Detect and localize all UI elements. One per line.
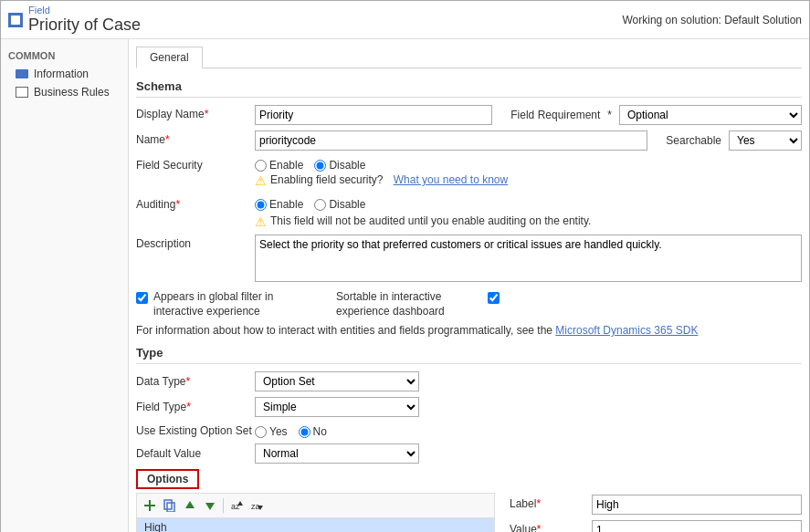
move-down-button[interactable] bbox=[201, 496, 219, 515]
content-area: Common Information Business Rules Genera… bbox=[1, 39, 809, 532]
global-filter-row: Appears in global filter in interactive … bbox=[136, 290, 802, 318]
name-row: Name* Searchable Yes No bbox=[136, 130, 802, 151]
data-type-select[interactable]: Option Set bbox=[255, 371, 419, 391]
default-value-label: Default Value bbox=[136, 447, 255, 460]
sidebar-item-business-rules-label: Business Rules bbox=[34, 86, 110, 99]
svg-rect-3 bbox=[167, 503, 174, 512]
warning-icon: ⚠ bbox=[255, 173, 267, 188]
field-security-label: Field Security bbox=[136, 156, 255, 172]
sort-asc-button[interactable]: az bbox=[227, 496, 246, 515]
sdk-info-row: For information about how to interact wi… bbox=[136, 324, 802, 337]
sidebar: Common Information Business Rules bbox=[1, 39, 129, 532]
auditing-enable-radio[interactable] bbox=[255, 199, 267, 211]
svg-rect-2 bbox=[164, 500, 172, 509]
use-existing-label: Use Existing Option Set bbox=[136, 424, 255, 437]
description-label: Description bbox=[136, 235, 255, 250]
auditing-enable-option[interactable]: Enable bbox=[255, 198, 303, 211]
data-type-label: Data Type* bbox=[136, 375, 255, 388]
information-icon bbox=[16, 69, 28, 78]
option-label-label: Label* bbox=[510, 495, 592, 510]
field-security-disable-option[interactable]: Disable bbox=[314, 159, 365, 172]
svg-marker-4 bbox=[185, 501, 195, 508]
options-list: High Normal Low Critical bbox=[136, 517, 495, 532]
field-type-row: Field Type* Simple bbox=[136, 397, 802, 417]
business-rules-icon bbox=[16, 87, 28, 98]
option-value-input[interactable] bbox=[592, 520, 802, 532]
use-existing-row: Use Existing Option Set Yes No bbox=[136, 422, 802, 438]
use-existing-yes-option[interactable]: Yes bbox=[255, 425, 288, 438]
field-type-label: Field Type* bbox=[136, 401, 255, 413]
breadcrumb: Field bbox=[28, 5, 141, 16]
use-existing-yes-radio[interactable] bbox=[255, 426, 267, 438]
option-value-label: Value* bbox=[510, 520, 592, 532]
auditing-disable-radio[interactable] bbox=[314, 199, 326, 211]
tab-general[interactable]: General bbox=[136, 47, 203, 68]
searchable-select[interactable]: Yes No bbox=[729, 130, 802, 151]
display-name-label: Display Name* bbox=[136, 105, 255, 120]
move-up-button[interactable] bbox=[181, 496, 199, 515]
page-title: Priority of Case bbox=[28, 16, 141, 35]
field-requirement-label: Field Requirement bbox=[510, 109, 600, 121]
title-bar: Field Priority of Case Working on soluti… bbox=[1, 1, 809, 39]
searchable-label: Searchable bbox=[666, 134, 721, 147]
sidebar-item-information[interactable]: Information bbox=[1, 65, 128, 83]
display-name-row: Display Name* Field Requirement* Optiona… bbox=[136, 105, 802, 125]
working-on-label: Working on solution: Default Solution bbox=[622, 14, 802, 26]
options-toolbar: az za bbox=[136, 493, 495, 517]
option-value-row: Value* bbox=[510, 520, 802, 532]
use-existing-no-option[interactable]: No bbox=[299, 425, 327, 438]
field-security-info: ⚠ Enabling field security? What you need… bbox=[255, 172, 802, 190]
sortable-label: Sortable in interactive experience dashb… bbox=[336, 290, 482, 318]
display-name-input[interactable] bbox=[255, 105, 492, 125]
field-icon bbox=[8, 13, 23, 27]
sort-desc-button[interactable]: za bbox=[247, 496, 266, 515]
option-item-high[interactable]: High bbox=[137, 518, 494, 532]
audit-warning-text: This field will not be audited until you… bbox=[270, 214, 591, 227]
default-value-select[interactable]: Normal High Low Critical bbox=[255, 443, 419, 464]
toolbar-separator bbox=[223, 498, 224, 513]
field-type-select[interactable]: Simple bbox=[255, 397, 419, 417]
field-security-enable-radio[interactable] bbox=[255, 160, 267, 172]
add-option-button[interactable] bbox=[141, 496, 159, 515]
sdk-link[interactable]: Microsoft Dynamics 365 SDK bbox=[555, 324, 698, 337]
field-security-enable-option[interactable]: Enable bbox=[255, 159, 303, 172]
data-type-row: Data Type* Option Set bbox=[136, 371, 802, 391]
svg-marker-5 bbox=[205, 503, 215, 510]
global-filter-checkbox[interactable] bbox=[136, 292, 148, 304]
auditing-row: Auditing* Enable Disable ⚠ bbox=[136, 195, 802, 229]
title-bar-left: Field Priority of Case bbox=[8, 5, 141, 35]
sidebar-item-business-rules[interactable]: Business Rules bbox=[1, 83, 128, 101]
default-value-row: Default Value Normal High Low Critical bbox=[136, 443, 802, 464]
description-row: Description Select the priority so that … bbox=[136, 235, 802, 285]
copy-option-button[interactable] bbox=[161, 496, 179, 515]
sortable-checkbox[interactable] bbox=[488, 292, 500, 304]
option-detail-panel: Label* Value* bbox=[510, 469, 802, 532]
enabling-msg: Enabling field security? bbox=[270, 173, 383, 186]
what-you-need-link[interactable]: What you need to know bbox=[394, 173, 508, 186]
field-security-row: Field Security Enable Disable ⚠ bbox=[136, 156, 802, 190]
use-existing-radio-group: Yes No bbox=[255, 422, 419, 438]
auditing-disable-option[interactable]: Disable bbox=[314, 198, 365, 211]
options-panel: Options bbox=[136, 469, 495, 532]
description-textarea[interactable]: Select the priority so that preferred cu… bbox=[255, 235, 802, 282]
options-area: Options bbox=[136, 469, 802, 532]
global-filter-label: Appears in global filter in interactive … bbox=[153, 290, 300, 318]
main-content: General Schema Display Name* Field Requi… bbox=[129, 39, 809, 532]
field-security-disable-radio[interactable] bbox=[314, 160, 326, 172]
type-section-title: Type bbox=[136, 346, 802, 364]
field-security-radio-group: Enable Disable bbox=[255, 156, 802, 172]
auditing-label: Auditing* bbox=[136, 195, 255, 211]
option-label-row: Label* bbox=[510, 495, 802, 515]
option-label-input[interactable] bbox=[592, 495, 802, 515]
main-window: Field Priority of Case Working on soluti… bbox=[0, 0, 810, 532]
audit-warning-msg: ⚠ This field will not be audited until y… bbox=[255, 211, 802, 229]
use-existing-no-radio[interactable] bbox=[299, 426, 310, 438]
name-input[interactable] bbox=[255, 130, 647, 151]
audit-warning-icon: ⚠ bbox=[255, 214, 267, 229]
name-label: Name* bbox=[136, 130, 255, 146]
tab-bar: General bbox=[136, 47, 802, 68]
options-label: Options bbox=[136, 469, 199, 489]
sidebar-item-information-label: Information bbox=[34, 68, 89, 80]
schema-section-title: Schema bbox=[136, 79, 802, 98]
field-requirement-select[interactable]: Optional Business Recommended Business R… bbox=[619, 105, 802, 125]
